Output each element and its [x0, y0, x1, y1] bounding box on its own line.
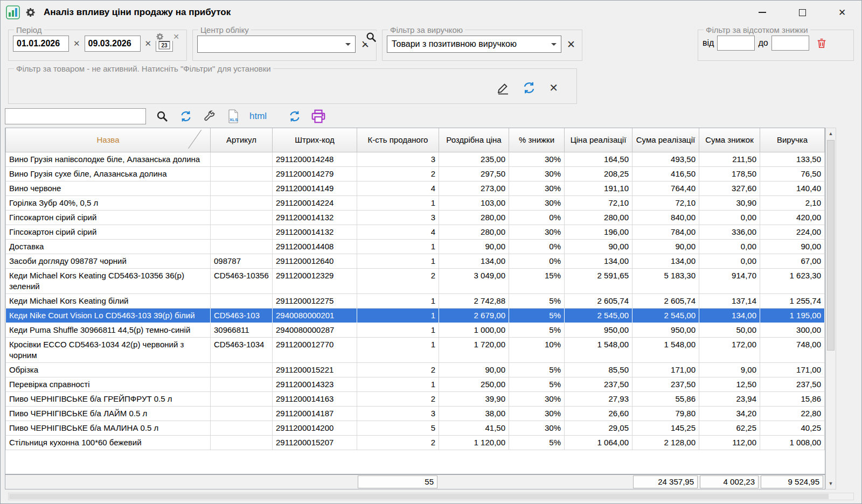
- cell-retail-price[interactable]: 280,00: [439, 225, 509, 239]
- cell-barcode[interactable]: 2940080000287: [273, 323, 357, 337]
- edit-pencil-icon[interactable]: [496, 81, 510, 95]
- wrench-icon[interactable]: [202, 108, 217, 124]
- cell-barcode[interactable]: 2911200012275: [273, 293, 357, 308]
- cell-revenue[interactable]: 90,00: [760, 239, 825, 254]
- cell-discount-sum[interactable]: 62,25: [699, 421, 760, 435]
- scroll-up-button[interactable]: ▲: [826, 128, 836, 139]
- cell-sale-sum[interactable]: 2 545,00: [632, 308, 699, 323]
- column-header-sale-price[interactable]: Ціна реалізації: [565, 128, 632, 152]
- cell-revenue[interactable]: 748,00: [760, 337, 825, 362]
- period-gear-icon[interactable]: [156, 32, 164, 41]
- cell-sale-price[interactable]: 280,00: [565, 210, 632, 225]
- cell-revenue[interactable]: 140,40: [760, 181, 825, 195]
- column-header-article[interactable]: Артикул: [211, 128, 273, 152]
- cell-sale-sum[interactable]: 416,50: [632, 166, 699, 181]
- cell-sale-sum[interactable]: 493,50: [632, 152, 699, 166]
- column-header-retail-price[interactable]: Роздрібна ціна: [439, 128, 509, 152]
- cell-barcode[interactable]: 2911200014279: [273, 166, 357, 181]
- cell-discount-sum[interactable]: 112,00: [699, 435, 760, 450]
- cell-revenue[interactable]: 300,00: [760, 323, 825, 337]
- cell-barcode[interactable]: 2911200015221: [273, 362, 357, 377]
- cell-discount-pct[interactable]: 30%: [509, 225, 565, 239]
- cell-retail-price[interactable]: 250,00: [439, 377, 509, 391]
- cell-article[interactable]: [211, 391, 273, 406]
- cell-discount-pct[interactable]: 0%: [509, 254, 565, 268]
- cell-article[interactable]: [211, 225, 273, 239]
- cell-barcode[interactable]: 2911200014132: [273, 210, 357, 225]
- table-row[interactable]: Доставка2911200014408190,000%90,0090,000…: [6, 239, 825, 254]
- trash-icon[interactable]: [816, 37, 828, 49]
- cell-barcode[interactable]: 2911200014149: [273, 181, 357, 195]
- cell-name[interactable]: Пиво ЧЕРНІГІВСЬКЕ б/а ЛАЙМ 0.5 л: [6, 406, 211, 421]
- table-row[interactable]: Засоби догляду 098787 чорний098787291120…: [6, 254, 825, 268]
- date-to-clear-icon[interactable]: ✕: [144, 39, 153, 48]
- cell-discount-sum[interactable]: 50,00: [699, 323, 760, 337]
- cell-sale-sum[interactable]: 237,50: [632, 377, 699, 391]
- column-header-name[interactable]: Назва: [6, 128, 211, 152]
- minimize-button[interactable]: [757, 7, 768, 18]
- cell-sale-price[interactable]: 90,00: [565, 239, 632, 254]
- cell-revenue[interactable]: 420,00: [760, 210, 825, 225]
- cell-article[interactable]: CD5463-10356: [211, 268, 273, 293]
- cell-retail-price[interactable]: 90,00: [439, 239, 509, 254]
- table-row[interactable]: Вино червоне29112000141494273,0030%191,1…: [6, 181, 825, 195]
- cell-discount-pct[interactable]: 5%: [509, 323, 565, 337]
- cell-sale-price[interactable]: 26,60: [565, 406, 632, 421]
- cell-sale-price[interactable]: 1 548,00: [565, 337, 632, 362]
- cell-qty[interactable]: 1: [357, 337, 439, 362]
- cell-retail-price[interactable]: 38,00: [439, 406, 509, 421]
- vertical-scrollbar-thumb[interactable]: [827, 140, 835, 351]
- cell-article[interactable]: CD5463-1034: [211, 337, 273, 362]
- cell-retail-price[interactable]: 1 120,00: [439, 435, 509, 450]
- cell-article[interactable]: [211, 210, 273, 225]
- cell-qty[interactable]: 2: [357, 435, 439, 450]
- cell-barcode[interactable]: 2940080000201: [273, 308, 357, 323]
- maximize-button[interactable]: [797, 7, 808, 18]
- cell-article[interactable]: [211, 406, 273, 421]
- cell-discount-pct[interactable]: 5%: [509, 362, 565, 377]
- cell-discount-sum[interactable]: 134,00: [699, 308, 760, 323]
- cell-qty[interactable]: 1: [357, 308, 439, 323]
- cell-sale-sum[interactable]: 134,00: [632, 254, 699, 268]
- cell-sale-price[interactable]: 164,50: [565, 152, 632, 166]
- column-header-sale-sum[interactable]: Сума реалізації: [632, 128, 699, 152]
- date-from-clear-icon[interactable]: ✕: [72, 39, 81, 48]
- cell-article[interactable]: [211, 181, 273, 195]
- cell-name[interactable]: Кеди Puma Shuffle 30966811 44,5(р) темно…: [6, 323, 211, 337]
- cell-sale-price[interactable]: 2 605,74: [565, 293, 632, 308]
- cell-article[interactable]: [211, 377, 273, 391]
- cell-name[interactable]: Перевірка справності: [6, 377, 211, 391]
- cell-sale-sum[interactable]: 764,40: [632, 181, 699, 195]
- accounting-center-search-icon[interactable]: [364, 31, 378, 43]
- cell-sale-price[interactable]: 85,50: [565, 362, 632, 377]
- table-row[interactable]: Гіпсокартон сірий сірий29112000141324280…: [6, 225, 825, 239]
- table-row[interactable]: Вино Грузія сухе біле, Алазанська долина…: [6, 166, 825, 181]
- column-header-barcode[interactable]: Штрих-код: [273, 128, 357, 152]
- cell-qty[interactable]: 4: [357, 225, 439, 239]
- cell-article[interactable]: [211, 362, 273, 377]
- table-row[interactable]: Стільниця кухонна 100*60 бежевий29112000…: [6, 435, 825, 450]
- cell-qty[interactable]: 1: [357, 323, 439, 337]
- cell-discount-pct[interactable]: 5%: [509, 293, 565, 308]
- cell-qty[interactable]: 3: [357, 210, 439, 225]
- cell-name[interactable]: Вино Грузія сухе біле, Алазанська долина: [6, 166, 211, 181]
- cell-article[interactable]: [211, 166, 273, 181]
- table-row[interactable]: Вино Грузія напівсолодке біле, Алазанськ…: [6, 152, 825, 166]
- cell-discount-pct[interactable]: 0%: [509, 239, 565, 254]
- cell-name[interactable]: Засоби догляду 098787 чорний: [6, 254, 211, 268]
- cell-sale-sum[interactable]: 90,00: [632, 239, 699, 254]
- cell-sale-sum[interactable]: 784,00: [632, 225, 699, 239]
- cell-retail-price[interactable]: 297,50: [439, 166, 509, 181]
- cell-article[interactable]: [211, 435, 273, 450]
- table-row[interactable]: Пиво ЧЕРНІГІВСЬКЕ б/а ЛАЙМ 0.5 л29112000…: [6, 406, 825, 421]
- date-from-input[interactable]: [13, 36, 69, 52]
- horizontal-scrollbar[interactable]: [8, 493, 854, 500]
- cell-sale-price[interactable]: 2 591,65: [565, 268, 632, 293]
- cell-discount-sum[interactable]: 137,14: [699, 293, 760, 308]
- cell-sale-sum[interactable]: 840,00: [632, 210, 699, 225]
- product-filter-clear-icon[interactable]: ✕: [548, 81, 559, 94]
- scroll-down-button[interactable]: ▼: [826, 478, 836, 489]
- cell-discount-sum[interactable]: 9,00: [699, 362, 760, 377]
- cell-discount-pct[interactable]: 10%: [509, 337, 565, 362]
- cell-name[interactable]: Вино Грузія напівсолодке біле, Алазанськ…: [6, 152, 211, 166]
